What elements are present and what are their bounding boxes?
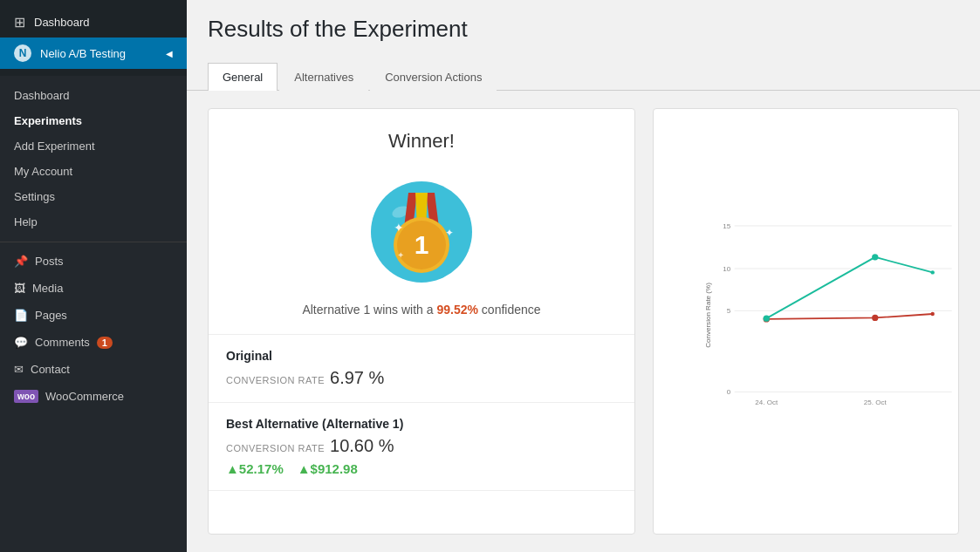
svg-text:15: 15 <box>723 222 730 230</box>
main-content: Results of the Experiment General Altern… <box>187 0 980 552</box>
sidebar-nelio-label: Nelio A/B Testing <box>40 47 126 60</box>
dashboard-icon: ⊞ <box>14 14 25 31</box>
original-rate-value: 6.97 % <box>330 368 384 388</box>
svg-text:24. Oct: 24. Oct <box>755 399 778 406</box>
tabs-bar: General Alternatives Conversion Actions <box>187 62 980 91</box>
winner-subtitle: Alternative 1 wins with a 99.52% confide… <box>302 303 540 317</box>
svg-text:0: 0 <box>727 388 731 396</box>
alternative-rate-label: CONVERSION RATE <box>226 443 325 453</box>
svg-point-25 <box>931 312 935 316</box>
svg-text:1: 1 <box>415 230 429 259</box>
sidebar-item-add-experiment[interactable]: Add Experiment <box>0 133 187 159</box>
winner-title: Winner! <box>388 130 455 153</box>
sidebar-item-settings[interactable]: Settings <box>0 184 187 209</box>
sidebar-item-contact[interactable]: ✉ Contact <box>0 356 187 383</box>
metric-percent: ▲52.17% <box>226 461 284 476</box>
chevron-right-icon: ◀ <box>166 49 173 58</box>
medal-image: 1 ✦ ✦ ✦ <box>360 167 483 289</box>
sidebar-item-my-account[interactable]: My Account <box>0 159 187 184</box>
svg-text:✦: ✦ <box>394 221 404 235</box>
svg-point-27 <box>872 254 878 260</box>
svg-point-28 <box>931 270 935 274</box>
svg-text:25. Oct: 25. Oct <box>864 399 887 406</box>
sidebar-top: ⊞ Dashboard N Nelio A/B Testing ◀ <box>0 0 187 76</box>
confidence-value: 99.52% <box>436 303 477 317</box>
original-stats-row: Original CONVERSION RATE 6.97 % <box>209 335 634 403</box>
sidebar-item-nelio-ab[interactable]: N Nelio A/B Testing ◀ <box>0 37 187 69</box>
alternative-label: Best Alternative (Alternative 1) <box>226 417 617 431</box>
content-area: Winner! <box>187 91 980 552</box>
sidebar: ⊞ Dashboard N Nelio A/B Testing ◀ Dashbo… <box>0 0 187 552</box>
alternative-stats-row: Best Alternative (Alternative 1) CONVERS… <box>209 403 634 491</box>
media-icon: 🖼 <box>14 282 25 295</box>
svg-text:✦: ✦ <box>397 250 404 260</box>
original-label: Original <box>226 349 617 363</box>
alternative-rate-value: 10.60 % <box>330 436 394 456</box>
pages-icon: 📄 <box>14 309 28 322</box>
page-title: Results of the Experiment <box>208 16 959 43</box>
sidebar-item-media[interactable]: 🖼 Media <box>0 275 187 302</box>
winner-section: Winner! <box>209 109 634 335</box>
svg-text:10: 10 <box>723 265 730 273</box>
svg-point-24 <box>872 315 878 321</box>
sidebar-nelio-nav: Dashboard Experiments Add Experiment My … <box>0 76 187 242</box>
svg-text:✦: ✦ <box>445 227 454 239</box>
chart-svg: Conversion Rate (%) 15 10 5 0 24. Oct <box>702 123 958 508</box>
chart-panel: Conversion Rate (%) 15 10 5 0 24. Oct <box>653 108 959 535</box>
sidebar-item-posts[interactable]: 📌 Posts <box>0 248 187 275</box>
original-rate-label: CONVERSION RATE <box>226 375 325 385</box>
woocommerce-icon: woo <box>14 390 38 403</box>
chart-inner: Conversion Rate (%) 15 10 5 0 24. Oct <box>654 109 958 534</box>
sidebar-item-experiments[interactable]: Experiments <box>0 108 187 133</box>
svg-text:5: 5 <box>727 307 731 315</box>
svg-text:Conversion Rate (%): Conversion Rate (%) <box>704 283 712 348</box>
metric-revenue: ▲$912.98 <box>298 461 358 476</box>
sidebar-item-comments[interactable]: 💬 Comments 1 <box>0 329 187 356</box>
svg-point-26 <box>764 316 770 322</box>
comments-badge: 1 <box>97 337 113 349</box>
page-header: Results of the Experiment <box>187 0 980 62</box>
sidebar-item-pages[interactable]: 📄 Pages <box>0 302 187 329</box>
comments-icon: 💬 <box>14 336 28 349</box>
tab-conversion-actions[interactable]: Conversion Actions <box>370 63 497 91</box>
tab-general[interactable]: General <box>208 63 278 91</box>
sidebar-top-label: Dashboard <box>34 16 90 29</box>
contact-icon: ✉ <box>14 363 24 376</box>
sidebar-wp-section: 📌 Posts 🖼 Media 📄 Pages 💬 Comments 1 ✉ C… <box>0 242 187 415</box>
sidebar-item-nelio-dashboard[interactable]: Dashboard <box>0 83 187 108</box>
sidebar-item-dashboard-top[interactable]: ⊞ Dashboard <box>0 7 187 37</box>
tab-alternatives[interactable]: Alternatives <box>279 63 368 91</box>
posts-icon: 📌 <box>14 255 28 268</box>
sidebar-item-woocommerce[interactable]: woo WooCommerce <box>0 383 187 410</box>
alternative-metrics: ▲52.17% ▲$912.98 <box>226 461 617 476</box>
winner-card: Winner! <box>208 108 635 535</box>
nelio-icon: N <box>14 44 31 62</box>
sidebar-item-help[interactable]: Help <box>0 209 187 235</box>
